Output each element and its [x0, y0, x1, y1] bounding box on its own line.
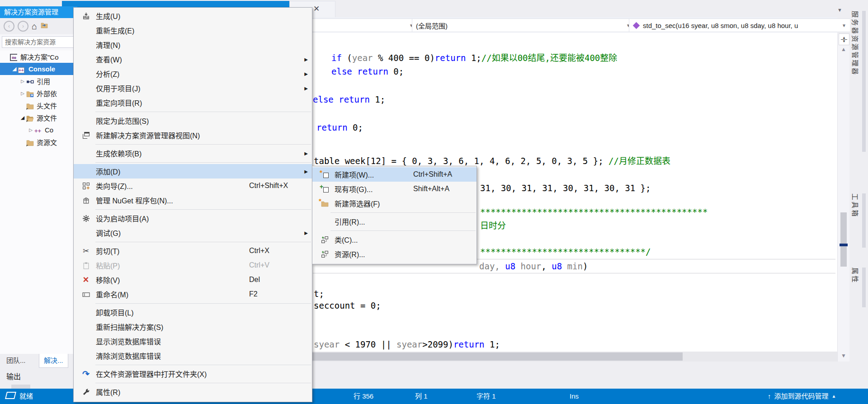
- expander-collapsed-icon[interactable]: ▷: [19, 91, 26, 96]
- menu-item-label: 仅用于项目(J): [96, 83, 141, 94]
- add-submenu: *新建项(W)...Ctrl+Shift+A+现有项(G)...Shift+Al…: [312, 166, 477, 264]
- menu-item-clean[interactable]: 清理(N): [74, 38, 312, 52]
- home-icon[interactable]: ⌂: [32, 22, 37, 31]
- menu-item-manage-nuget[interactable]: 管理 NuGet 程序包(N)...: [74, 193, 312, 207]
- blank-icon: [81, 99, 91, 107]
- scroll-up-icon[interactable]: ▲: [838, 46, 849, 52]
- menu-item-cut[interactable]: ✂剪切(T)Ctrl+X: [74, 244, 312, 258]
- menu-item-label: 引用(R)...: [335, 216, 365, 227]
- menu-item-label: 移除(V): [96, 274, 120, 285]
- code-segment: return: [453, 339, 485, 349]
- code-segment: syear: [314, 339, 340, 349]
- expander-expanded-icon[interactable]: ◢: [11, 66, 18, 72]
- sidebar-tab-server-explorer[interactable]: 服务器资源管理器: [851, 11, 866, 152]
- blank-icon: [81, 55, 91, 63]
- expander-collapsed-icon[interactable]: ▷: [19, 79, 26, 84]
- menu-separator: [95, 383, 311, 383]
- method-icon: [633, 22, 640, 29]
- references-node[interactable]: ▷引用: [0, 75, 73, 87]
- menu-item-retarget[interactable]: 重定向项目(R): [74, 95, 312, 110]
- add-to-source-control-button[interactable]: ↑ 添加到源代码管理 ▲: [768, 389, 836, 404]
- back-button[interactable]: ‹: [4, 21, 14, 32]
- menu-item-label: 显示浏览数据库错误: [96, 336, 161, 347]
- code-segment: 0;: [348, 122, 363, 132]
- menu-item-resource[interactable]: 资源(R)...: [312, 247, 476, 261]
- status-line-number: 行 356: [354, 389, 373, 404]
- submenu-arrow-icon: ▶: [304, 71, 308, 76]
- menu-item-rescan-solution[interactable]: 重新扫描解决方案(S): [74, 319, 312, 334]
- sidebar-tab-label: 属性: [851, 268, 860, 307]
- menu-item-remove[interactable]: ×移除(V)Del: [74, 272, 312, 287]
- header-files-node[interactable]: 头文件: [0, 99, 73, 112]
- menu-item-new-solution-explorer-view[interactable]: 新建解决方案资源管理器视图(N): [74, 128, 312, 142]
- tab-solution-explorer[interactable]: 解决...: [39, 354, 68, 368]
- sidebar-tab-properties[interactable]: 属性: [851, 268, 866, 307]
- external-deps-node[interactable]: ▷外部依: [0, 87, 73, 99]
- menu-item-analyze[interactable]: 分析(Z)▶: [74, 66, 312, 81]
- scroll-down-icon[interactable]: ▼: [838, 352, 849, 359]
- code-segment: //如果以00结尾,还要能被400整除: [481, 53, 618, 63]
- menu-item-view[interactable]: 查看(W)▶: [74, 52, 312, 66]
- vertical-scrollbar-thumb[interactable]: [840, 212, 847, 267]
- solution-node[interactable]: ∞解决方案"Co: [0, 51, 73, 63]
- menu-item-label: 重新生成(E): [96, 25, 134, 36]
- close-icon[interactable]: ✕: [313, 4, 320, 14]
- menu-item-paste[interactable]: 粘贴(P)Ctrl+V: [74, 258, 312, 272]
- resource-files-node[interactable]: 资源文: [0, 136, 73, 148]
- menu-item-build-dependencies[interactable]: 生成依赖项(B)▶: [74, 146, 312, 160]
- forward-button[interactable]: ›: [18, 21, 28, 32]
- expander-collapsed-icon[interactable]: ▷: [27, 127, 34, 132]
- menu-item-label: 调试(G): [96, 227, 121, 238]
- menu-item-project-only[interactable]: 仅用于项目(J)▶: [74, 81, 312, 95]
- auto-hide-tab-sidebar: 服务器资源管理器 工具箱 属性: [850, 0, 868, 389]
- external-deps-folder-icon: [26, 90, 34, 97]
- member-dropdown[interactable]: std_to_sec(u16 syear, u8 smon, u8 sday, …: [629, 19, 850, 32]
- solution-explorer-panel: 解决方案资源管理 ‹ › ⌂ 搜索解决方案资源 ∞解决方案"Co◢++Conso…: [0, 6, 74, 354]
- sidebar-tab-toolbox[interactable]: 工具箱: [851, 193, 866, 248]
- scope-dropdown-value: (全局范围): [416, 21, 448, 30]
- menu-item-class[interactable]: 类(C)...: [312, 232, 476, 247]
- menu-item-add[interactable]: 添加(D)▶: [74, 164, 312, 179]
- menu-item-scope-to-this[interactable]: 限定为此范围(S): [74, 113, 312, 128]
- menu-item-rename[interactable]: 重命名(M)F2: [74, 287, 312, 301]
- menu-item-show-browse-db-errors[interactable]: 显示浏览数据库错误: [74, 334, 312, 348]
- menu-separator: [330, 230, 476, 231]
- menu-separator: [95, 144, 311, 145]
- code-segment: 日时分: [480, 221, 506, 230]
- code-segment: [515, 261, 520, 271]
- solution-explorer-title[interactable]: 解决方案资源管理: [0, 6, 77, 18]
- tab-indicator: [862, 11, 866, 152]
- menu-item-unload-project[interactable]: 卸载项目(L): [74, 305, 312, 319]
- menu-item-new-item[interactable]: *新建项(W)...Ctrl+Shift+A: [312, 167, 476, 182]
- submenu-arrow-icon: ▶: [304, 57, 308, 62]
- menu-item-clear-browse-db-errors[interactable]: 清除浏览数据库错误: [74, 348, 312, 363]
- split-editor-handle[interactable]: ▲▼: [839, 33, 849, 45]
- project-console[interactable]: ◢++Console: [0, 63, 73, 75]
- expander-expanded-icon[interactable]: ◢: [19, 115, 26, 121]
- blank-icon: [81, 70, 91, 78]
- menu-item-existing-item[interactable]: +现有项(G)...Shift+Alt+A: [312, 182, 476, 196]
- menu-item-debug[interactable]: 调试(G)▶: [74, 225, 312, 240]
- menu-item-build[interactable]: 生成(U): [74, 9, 312, 23]
- code-segment: < 1970 ||: [340, 339, 396, 349]
- tab-team-explorer[interactable]: 团队...: [2, 354, 30, 367]
- chevron-down-icon[interactable]: ▼: [837, 7, 842, 13]
- menu-item-properties[interactable]: 属性(R): [74, 385, 312, 399]
- menu-item-reference[interactable]: 引用(R)...: [312, 214, 476, 229]
- menu-item-shortcut: Ctrl+X: [249, 247, 269, 255]
- code-line: table_week[12] = { 0, 3, 3, 6, 1, 4, 6, …: [314, 155, 670, 166]
- search-input[interactable]: 搜索解决方案资源: [2, 36, 75, 48]
- cpp-file-node[interactable]: ▷++Co: [0, 124, 73, 136]
- source-files-node[interactable]: ◢源文件: [0, 112, 73, 124]
- code-segment: [334, 94, 339, 104]
- vertical-scrollbar[interactable]: ▲▼ ▲ ▼: [837, 33, 849, 362]
- output-window-title[interactable]: 输出: [6, 371, 21, 381]
- scope-dropdown[interactable]: (全局范围) ▼: [412, 19, 635, 32]
- types-dropdown[interactable]: ▼: [307, 19, 418, 32]
- menu-item-rebuild[interactable]: 重新生成(E): [74, 23, 312, 38]
- menu-item-new-filter[interactable]: *新建筛选器(F): [312, 196, 476, 211]
- menu-item-open-folder-in-file-explorer[interactable]: ↷在文件资源管理器中打开文件夹(X): [74, 366, 312, 381]
- menu-item-class-wizard[interactable]: 类向导(Z)...Ctrl+Shift+X: [74, 179, 312, 193]
- sync-with-active-document-icon[interactable]: [40, 22, 48, 31]
- menu-item-set-startup-project[interactable]: 设为启动项目(A): [74, 211, 312, 225]
